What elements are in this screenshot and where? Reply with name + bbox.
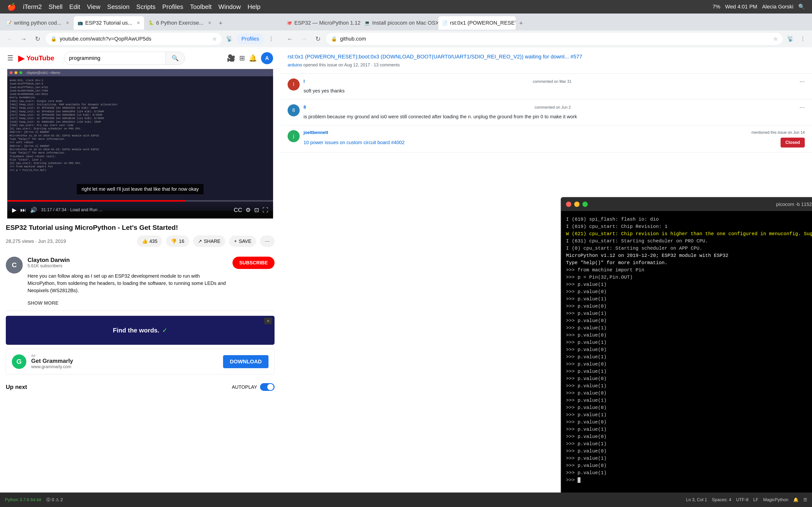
share-button[interactable]: ↗ SHARE [193, 235, 225, 247]
commenter-name-3[interactable]: joeltbennett [304, 130, 328, 135]
tab-writing-python[interactable]: 📝 writing python cod... ✕ [2, 16, 73, 30]
video-player[interactable]: clayton@cdv1:~/demo mode:DIO, clock div:… [7, 69, 273, 219]
comment-options-2[interactable]: ⋯ [800, 104, 805, 111]
apple-logo-icon[interactable]: 🍎 [7, 3, 16, 11]
notification-icon[interactable]: 🔔 [793, 497, 799, 502]
github-tab-3[interactable]: 📄 rst:0x1 (POWERON_RESET);boot:0x3 (DOWN… [439, 16, 516, 30]
tab-close-2[interactable]: ✕ [137, 20, 140, 25]
subscribe-button[interactable]: SUBSCRIBE [233, 257, 274, 269]
ad-checkmark-icon: ✓ [162, 327, 167, 334]
share-label: SHARE [204, 238, 221, 244]
yt-search-button[interactable]: 🔍 [165, 52, 185, 65]
github-more-icon[interactable]: ⋮ [798, 34, 808, 44]
channel-subscribers: 5.61K subscribers [28, 264, 227, 269]
github-tab-label-2: Install picocom on Mac OSX – Mac App Sto… [372, 20, 438, 26]
terminal-line: >>> p.value(0) [566, 390, 812, 397]
video-controls: ▶ ⏭ 🔊 31:17 / 47:34 · Load and Run ... C… [7, 202, 273, 219]
github-tab-2[interactable]: 💻 Install picocom on Mac OSX – Mac App S… [361, 16, 438, 30]
dislike-button[interactable]: 👎 16 [166, 235, 189, 247]
show-more-button[interactable]: SHOW MORE [28, 300, 227, 306]
autoplay-switch[interactable] [260, 383, 274, 391]
menu-view[interactable]: View [87, 3, 101, 11]
github-tab-1[interactable]: 🐙 ESP32 — MicroPython 1.12... ✕ [283, 16, 360, 30]
menu-profiles[interactable]: Profiles [162, 3, 184, 11]
menu-help[interactable]: Help [248, 3, 260, 11]
issue-header: rst:0x1 (POWERON_RESET);boot:0x3 (DOWNLO… [280, 47, 812, 74]
refresh-button[interactable]: ↻ [32, 33, 44, 45]
tab-label-1: writing python cod... [14, 20, 61, 26]
volume-button[interactable]: 🔊 [30, 207, 37, 213]
github-favicon-2: 💻 [364, 20, 370, 25]
menu-shell[interactable]: Shell [49, 3, 63, 11]
terminal-body[interactable]: I (619) spi_flash: flash io: dioI (619) … [561, 211, 812, 507]
issue-ref-link[interactable]: 10 power issues on custom circuit board … [304, 140, 405, 145]
video-content: clayton@cdv1:~/demo mode:DIO, clock div:… [7, 69, 273, 219]
menu-session[interactable]: Session [107, 3, 130, 11]
yt-search-input[interactable] [64, 52, 165, 65]
yt-main-content: clayton@cdv1:~/demo mode:DIO, clock div:… [0, 69, 280, 400]
menu-scripts[interactable]: Scripts [136, 3, 155, 11]
channel-info: C Clayton Darwin 5.61K subscribers Here … [6, 252, 274, 311]
settings-button[interactable]: ⚙ [246, 207, 251, 213]
issue-author[interactable]: arduino [288, 62, 302, 67]
terminal-close-button[interactable] [566, 202, 571, 207]
fullscreen-button[interactable]: ⛶ [262, 207, 268, 213]
github-refresh-button[interactable]: ↻ [312, 33, 324, 45]
profiles-button[interactable]: Profiles [237, 34, 264, 44]
github-cast-icon[interactable]: 📡 [785, 34, 796, 44]
channel-avatar[interactable]: C [6, 257, 23, 274]
yt-bell-icon[interactable]: 🔔 [249, 54, 257, 62]
closed-button[interactable]: Closed [780, 137, 805, 148]
address-bar[interactable]: 🔒 youtube.com/watch?v=QopRAwUP5ds ☆ [46, 33, 221, 45]
menu-iterm2[interactable]: iTerm2 [23, 3, 42, 11]
like-button[interactable]: 👍 435 [137, 235, 162, 247]
comment-2: 8 8 commented on Jun 2 ⋯ is problem beca… [280, 100, 812, 125]
yt-grid-icon[interactable]: ⊞ [239, 54, 245, 62]
miniplayer-button[interactable]: ⊡ [254, 207, 259, 213]
channel-description: Here you can follow along as I set up an… [28, 269, 227, 298]
grammarly-download-button[interactable]: DOWNLOAD [223, 355, 268, 368]
yt-camera-icon[interactable]: 🎥 [227, 54, 236, 62]
tab-label-3: 6 Python Exercise... [156, 20, 203, 26]
ad-close-button[interactable]: ✕ [264, 318, 272, 324]
play-button[interactable]: ▶ [12, 207, 16, 213]
terminal-minimize-button[interactable] [574, 202, 579, 207]
options-icon[interactable]: ☰ [803, 497, 807, 502]
spotlight-icon[interactable]: 🔍 [798, 4, 805, 10]
issue-ref-row: 10 power issues on custom circuit board … [304, 137, 805, 148]
menu-window[interactable]: Window [218, 3, 241, 11]
github-bookmark-icon[interactable]: ☆ [773, 36, 778, 42]
autoplay-toggle[interactable]: AUTOPLAY [232, 383, 274, 391]
yt-user-avatar[interactable]: A [261, 52, 273, 64]
youtube-logo[interactable]: ▶ YouTube [18, 53, 54, 63]
cast-icon[interactable]: 📡 [224, 34, 235, 44]
tab-close-1[interactable]: ✕ [66, 20, 69, 25]
channel-name[interactable]: Clayton Darwin [28, 257, 227, 264]
tab-esp32-tutorial[interactable]: 📺 ESP32 Tutorial us... ✕ [74, 16, 144, 30]
tab-python-exercises[interactable]: 🐍 6 Python Exercise... ✕ [145, 16, 215, 30]
terminal-line: >>> p.value(1) [566, 310, 812, 317]
menu-edit[interactable]: Edit [69, 3, 80, 11]
commenter-name-2[interactable]: 8 [304, 105, 306, 110]
menu-toolbelt[interactable]: Toolbelt [190, 3, 212, 11]
forward-button[interactable]: → [18, 33, 30, 45]
terminal-line: >>> p.value(0) [566, 361, 812, 368]
terminal-maximize-button[interactable] [582, 202, 588, 207]
new-tab-button[interactable]: + [216, 18, 225, 28]
skip-button[interactable]: ⏭ [20, 207, 26, 213]
cc-button[interactable]: CC [234, 207, 242, 213]
yt-menu-button[interactable]: ☰ [7, 54, 13, 62]
github-back-button[interactable]: ← [284, 33, 296, 45]
more-button[interactable]: ⋯ [260, 235, 274, 247]
save-button[interactable]: + SAVE [229, 236, 256, 247]
more-options-icon[interactable]: ⋮ [266, 34, 276, 44]
comment-body-1: l commented on Mar 31 ⋯ soft yes yes tha… [304, 78, 805, 95]
github-forward-button[interactable]: → [298, 33, 310, 45]
github-new-tab-button[interactable]: + [516, 18, 526, 28]
github-address-bar[interactable]: 🔒 github.com ☆ [326, 33, 782, 45]
tab-close-3[interactable]: ✕ [208, 20, 211, 25]
bookmark-icon[interactable]: ☆ [212, 36, 217, 42]
comment-options-1[interactable]: ⋯ [800, 78, 805, 85]
back-button[interactable]: ← [4, 33, 15, 45]
commenter-name-1[interactable]: l [304, 79, 305, 84]
